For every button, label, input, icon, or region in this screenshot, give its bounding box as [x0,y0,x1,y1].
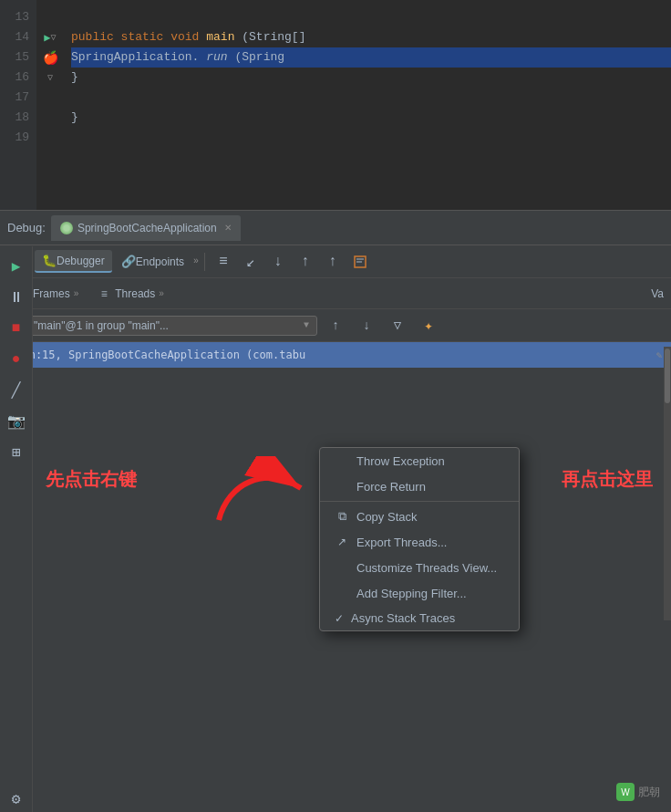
breakpoint-icon-15: 🍎 [43,50,58,66]
run-gutter-icon: ▶ [44,31,50,45]
camera-sidebar-button[interactable]: 📷 [4,409,29,434]
threads-arrow-icon: » [159,288,164,298]
fold-icon-16: ▽ [47,72,53,83]
thread-up-button[interactable]: ↑ [323,313,348,338]
context-menu: Throw Exception Force Return ⧉ Copy Stac… [319,447,520,631]
debugger-tab[interactable]: 🐛 Debugger [35,250,112,273]
debug-tab-label: SpringBootCacheApplication [77,222,217,234]
favorite-button[interactable]: ✦ [416,313,441,338]
stack-frame-text: main:15, SpringBootCacheApplication (com… [9,349,305,361]
red-arrow-indicator [210,456,319,529]
stack-frame-row[interactable]: main:15, SpringBootCacheApplication (com… [0,342,671,368]
step-out-button[interactable]: ↓ [265,249,291,275]
watermark: W 肥朝 [616,783,660,801]
filter-button[interactable]: ▽ [385,313,410,338]
frames-threads-row: S Frames » ≡ Threads » Va [0,278,671,309]
endpoints-icon: 🔗 [121,255,136,268]
menu-force-return[interactable]: Force Return [320,474,519,499]
code-line-16: } [71,68,671,88]
thread-down-button[interactable]: ↓ [354,313,379,338]
step-over-button[interactable]: ≡ [211,249,236,275]
thread-dropdown[interactable]: "main"@1 in group "main"... ▼ [7,316,317,336]
debug-tab-close[interactable]: ✕ [224,223,232,233]
force-return-icon [335,479,349,494]
customize-threads-icon [335,560,349,575]
evaluate-button[interactable] [347,249,373,275]
fold-icon-14: ▽ [51,32,57,43]
code-line-15: SpringApplication. run (Spring [71,47,671,68]
line-numbers: 13 14 15 16 17 18 19 [0,0,36,210]
menu-add-stepping-filter[interactable]: Add Stepping Filter... [320,580,519,606]
gutter: ▶ ▽ 🍎 ▽ [36,0,64,210]
debug-tabbar: Debug: SpringBootCacheApplication ✕ [0,211,671,245]
copy-stack-icon: ⧉ [335,509,349,524]
annotation-right-text: 再点击这里 [562,467,653,492]
throw-exception-icon [335,453,349,468]
variables-label: Va [651,287,664,300]
code-line-18: } [71,108,671,128]
scrollbar[interactable] [664,347,671,620]
pause-sidebar-button[interactable]: ⏸ [4,285,29,310]
export-threads-icon: ↗ [335,535,349,549]
menu-copy-stack[interactable]: ⧉ Copy Stack [320,501,519,529]
separator-1 [204,253,205,271]
run-to-cursor-button[interactable]: ↑ [320,249,346,275]
code-line-17 [71,88,671,108]
code-content: public static void main (String[] Spring… [64,0,671,210]
menu-throw-exception[interactable]: Throw Exception [320,448,519,474]
thread-text: "main"@1 in group "main"... [34,319,300,332]
more-tabs-icon: » [193,256,199,266]
frames-arrow-icon: » [74,288,79,298]
annotation-left-text: 先点击右键 [46,467,137,492]
layout-sidebar-button[interactable]: ⊞ [4,440,29,465]
debugger-icon: 🐛 [42,254,57,267]
menu-customize-threads[interactable]: Customize Threads View... [320,555,519,580]
code-line-14: public static void main (String[] [71,27,671,47]
mute-sidebar-button[interactable]: ╱ [4,378,29,403]
tab-app-icon [60,222,73,234]
stack-frame-edit-icon: ✎ [656,349,662,361]
resume-sidebar-button[interactable]: ▶ [4,254,29,279]
add-stepping-icon [335,586,349,600]
chevron-down-icon: ▼ [304,320,309,330]
menu-async-stack-traces[interactable]: ✓ Async Stack Traces [320,606,519,630]
endpoints-tab[interactable]: 🔗 Endpoints [114,251,191,272]
code-line-13 [71,7,671,27]
step-into-button[interactable]: ↙ [238,249,263,275]
watermark-text: 肥朝 [638,785,660,800]
threads-button[interactable]: ≡ Threads » [89,284,171,304]
menu-export-threads[interactable]: ↗ Export Threads... [320,529,519,555]
threads-icon: ≡ [97,286,111,301]
step-back-button[interactable]: ↑ [293,249,318,275]
async-check-icon: ✓ [335,612,344,625]
debug-tab[interactable]: SpringBootCacheApplication ✕ [51,215,241,241]
code-line-19 [71,128,671,148]
left-sidebar: ▶ ⏸ ■ ● ╱ 📷 ⊞ ⚙ [0,246,33,812]
wechat-icon: W [616,783,635,801]
stop-sidebar-button[interactable]: ■ [4,316,29,341]
thread-selector-row: "main"@1 in group "main"... ▼ ↑ ↓ ▽ ✦ [0,309,671,342]
code-editor: 13 14 15 16 17 18 19 ▶ ▽ 🍎 ▽ [0,0,671,210]
scrollbar-thumb[interactable] [665,349,670,403]
settings-sidebar-button[interactable]: ⚙ [4,786,29,812]
debugger-toolbar: 🐛 Debugger 🔗 Endpoints » ≡ ↙ ↓ ↑ ↑ [0,245,671,278]
debug-label: Debug: [7,221,46,234]
rerun-sidebar-button[interactable]: ● [4,347,29,372]
